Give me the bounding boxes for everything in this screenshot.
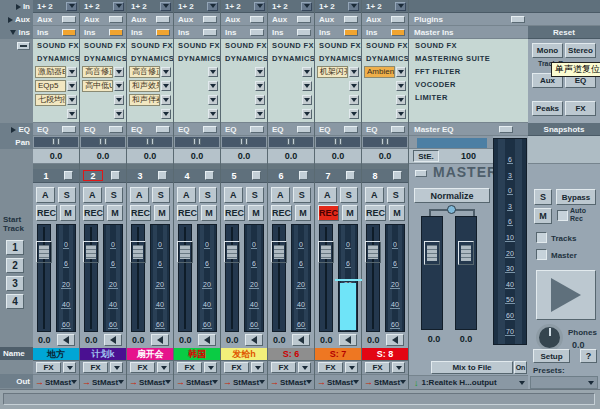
normalize-button[interactable]: Normalize (414, 188, 490, 203)
input-select-row[interactable]: 1+ 2 (221, 0, 267, 13)
solo-button[interactable]: S (199, 187, 218, 203)
setup-button[interactable]: Setup (533, 349, 570, 363)
fx-slot-dropdown-button[interactable] (161, 95, 171, 105)
master-ins-row[interactable]: Master Ins (409, 26, 528, 39)
ins-row[interactable]: Ins (127, 26, 173, 39)
record-button[interactable]: REC (318, 205, 339, 221)
fx-slot-dropdown-button[interactable] (161, 67, 171, 77)
ins-row[interactable]: Ins (80, 26, 126, 39)
fx-slot-dropdown-button[interactable] (349, 95, 359, 105)
play-button[interactable] (536, 270, 596, 320)
solo-button[interactable]: S (340, 187, 359, 203)
solo-button[interactable]: S (152, 187, 171, 203)
sound-fx-label[interactable]: SOUND FX (362, 39, 408, 52)
fx-slot-dropdown-button[interactable] (67, 67, 77, 77)
channel-number-row[interactable]: 5 (221, 169, 267, 183)
monitor-button[interactable] (151, 334, 169, 346)
eq-indicator-button[interactable] (344, 126, 358, 133)
input-select-row[interactable]: 1+ 2 (127, 0, 173, 13)
channel-number-row[interactable]: 8 (362, 169, 408, 183)
volume-fader-handle[interactable] (130, 241, 146, 263)
record-button[interactable]: REC (271, 205, 292, 221)
volume-fader-handle[interactable] (83, 241, 99, 263)
master-eq-button[interactable] (499, 126, 513, 133)
chevron-down-icon[interactable] (353, 380, 359, 384)
channel-number-selected[interactable]: 2 (83, 170, 103, 181)
ins-row[interactable]: Ins (268, 26, 314, 39)
dynamics-label[interactable]: DYNAMICS (221, 52, 267, 65)
tracks-checkbox[interactable] (536, 232, 547, 243)
pan-handle[interactable] (287, 138, 295, 145)
dynamics-label[interactable]: DYNAMICS (315, 52, 361, 65)
chevron-down-icon[interactable] (118, 380, 124, 384)
fader-link-icon[interactable] (447, 205, 456, 214)
ins-indicator-button[interactable] (156, 29, 170, 36)
input-select-row[interactable]: 1+ 2 (80, 0, 126, 13)
channel-number-row[interactable]: 6 (268, 169, 314, 183)
solo-button[interactable]: S (58, 187, 77, 203)
channel-number-row[interactable]: 7 (315, 169, 361, 183)
channel-output-row[interactable]: →StMast (315, 375, 361, 389)
eq-indicator-button[interactable] (203, 126, 217, 133)
fx-slot-dropdown-button[interactable] (67, 81, 77, 91)
mix-to-file-button[interactable]: Mix to File (431, 361, 513, 374)
pan-handle[interactable] (99, 138, 107, 145)
fx-slot-dropdown-button[interactable] (302, 95, 312, 105)
sound-fx-label[interactable]: SOUND FX (174, 39, 220, 52)
dynamics-label[interactable]: DYNAMICS (33, 52, 79, 65)
fx-slot-dropdown-button[interactable] (255, 81, 265, 91)
fx-slot-dropdown-button[interactable] (255, 95, 265, 105)
start-track-button-4[interactable]: 4 (6, 294, 24, 309)
monitor-button[interactable] (57, 334, 75, 346)
fx-slot-dropdown-button[interactable] (114, 95, 124, 105)
fx-slot-dropdown-button[interactable] (114, 109, 124, 119)
fx-slot-dropdown-button[interactable] (302, 67, 312, 77)
presets-dropdown[interactable] (530, 376, 598, 389)
fx-slot-value[interactable]: EQp5 (35, 80, 66, 92)
channel-mini-button[interactable] (158, 171, 167, 180)
fx-slot-dropdown-button[interactable] (396, 95, 406, 105)
mute-button[interactable]: M (154, 205, 170, 221)
input-dropdown-button[interactable] (207, 2, 218, 11)
channel-fx-button[interactable]: FX (271, 362, 296, 373)
ins-row[interactable]: Ins (174, 26, 220, 39)
record-button[interactable]: REC (224, 205, 245, 221)
pan-handle[interactable] (52, 138, 60, 145)
input-select-row[interactable]: 1+ 2 (268, 0, 314, 13)
eq-row[interactable]: EQ (268, 123, 314, 136)
aux-indicator-button[interactable] (250, 16, 264, 23)
channel-fx-dropdown[interactable] (157, 362, 170, 373)
stereo-button[interactable]: Stereo (565, 43, 596, 58)
channel-number[interactable]: 6 (271, 170, 291, 181)
eq-row[interactable]: EQ (174, 123, 220, 136)
channel-fx-button[interactable]: FX (224, 362, 249, 373)
fx-slot-dropdown-button[interactable] (349, 67, 359, 77)
ins-indicator-button[interactable] (203, 29, 217, 36)
pan-handle[interactable] (334, 138, 342, 145)
fx-slot-value[interactable]: 机架闪亮 (317, 66, 348, 78)
fx-slot-dropdown-button[interactable] (208, 67, 218, 77)
channel-output-row[interactable]: →StMast (362, 375, 408, 389)
channel-fx-button[interactable]: FX (365, 362, 390, 373)
input-select-row[interactable]: 1+ 2 (315, 0, 361, 13)
channel-number-row[interactable]: 1 (33, 169, 79, 183)
eq-row[interactable]: EQ (127, 123, 173, 136)
chevron-down-icon[interactable] (71, 380, 77, 384)
volume-fader-handle[interactable] (177, 241, 193, 263)
fx-slot-value[interactable]: Ambience (364, 66, 395, 78)
channel-name[interactable]: S: 7 (315, 348, 361, 361)
input-select-row[interactable]: 1+ 2 (362, 0, 408, 13)
ins-row[interactable]: Ins (33, 26, 79, 39)
input-dropdown-button[interactable] (254, 2, 265, 11)
channel-name[interactable]: 扇开会 (127, 348, 173, 361)
ins-indicator-button[interactable] (109, 29, 123, 36)
eq-row[interactable]: EQ (362, 123, 408, 136)
input-dropdown-button[interactable] (395, 2, 406, 11)
channel-fx-button[interactable]: FX (318, 362, 343, 373)
record-button[interactable]: REC (83, 205, 104, 221)
fx-slot-dropdown-button[interactable] (67, 109, 77, 119)
fx-slot-value[interactable]: 七段均衡 (35, 94, 66, 106)
master-mute-button[interactable]: M (534, 208, 552, 224)
channel-number[interactable]: 5 (224, 170, 244, 181)
arrange-button[interactable]: A (36, 187, 55, 203)
